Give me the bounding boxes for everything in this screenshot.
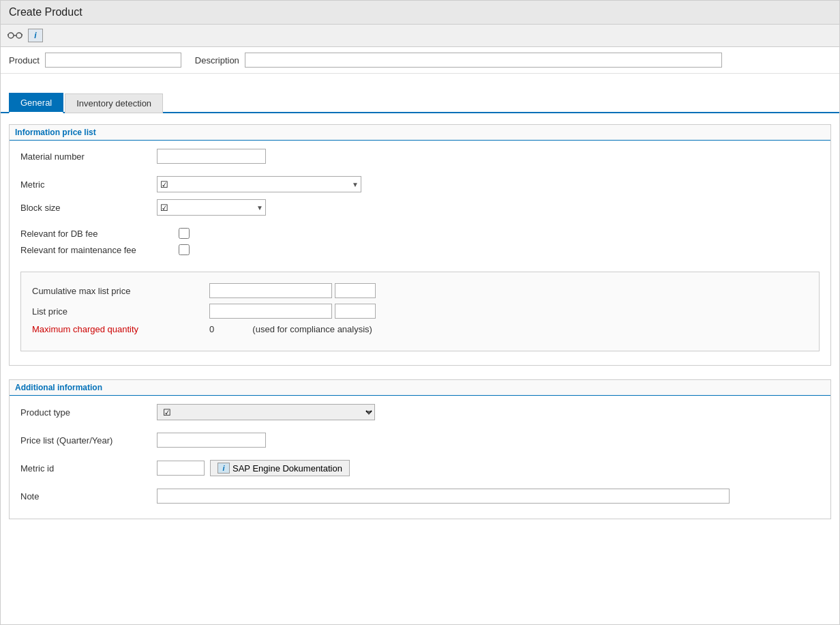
product-type-select[interactable]: ☑ Option 1 Option 2 <box>157 404 375 420</box>
relevant-maintenance-row: Relevant for maintenance fee <box>20 244 820 255</box>
cumulative-unit-input[interactable] <box>335 283 376 298</box>
price-list-label: Price list (Quarter/Year) <box>20 435 157 446</box>
metric-row: Metric ☑ ▼ <box>20 176 820 192</box>
sap-engine-button[interactable]: i SAP Engine Dokumentation <box>210 460 350 476</box>
relevant-maintenance-label: Relevant for maintenance fee <box>20 245 170 255</box>
max-qty-value: 0 <box>209 324 214 334</box>
page-title: Create Product <box>9 6 82 18</box>
price-list-row: Price list (Quarter/Year) <box>20 433 820 448</box>
max-qty-label: Maximum charged quantity <box>32 324 209 334</box>
max-qty-note: (used for compliance analysis) <box>252 324 372 334</box>
cumulative-label: Cumulative max list price <box>32 286 209 296</box>
sap-engine-btn-label: SAP Engine Dokumentation <box>232 463 342 474</box>
product-type-row: Product type ☑ Option 1 Option 2 ▼ <box>20 404 820 420</box>
main-window: Create Product i Product Description <box>0 0 840 625</box>
block-size-select-wrapper: ☑ ▼ <box>157 199 266 216</box>
list-price-unit-input[interactable] <box>335 304 376 319</box>
metric-id-label: Metric id <box>20 463 157 474</box>
description-label: Description <box>195 55 239 66</box>
note-input[interactable] <box>157 489 730 504</box>
price-inner-box: Cumulative max list price List price Max… <box>20 272 820 351</box>
sap-engine-info-icon: i <box>217 463 230 474</box>
block-size-label: Block size <box>20 203 157 213</box>
svg-rect-1 <box>16 33 22 38</box>
relevant-maintenance-checkbox[interactable] <box>179 244 190 255</box>
tabs-bar: General Inventory detection <box>1 85 839 113</box>
block-size-select[interactable]: ☑ <box>157 199 266 216</box>
description-input[interactable] <box>245 53 722 68</box>
block-size-row: Block size ☑ ▼ <box>20 199 820 216</box>
info-price-list-title: Information price list <box>10 125 830 141</box>
material-number-input[interactable] <box>157 149 266 164</box>
metric-select-wrapper: ☑ ▼ <box>157 176 361 192</box>
title-bar: Create Product <box>1 1 839 25</box>
description-field: Description <box>195 53 722 68</box>
product-type-label: Product type <box>20 407 157 418</box>
relevant-db-row: Relevant for DB fee <box>20 228 820 239</box>
main-content: Information price list Material number M… <box>1 113 839 544</box>
note-row: Note <box>20 489 820 504</box>
max-qty-row: Maximum charged quantity 0 (used for com… <box>32 324 808 334</box>
metric-select[interactable]: ☑ <box>157 176 361 192</box>
list-price-label: List price <box>32 306 209 317</box>
relevant-db-checkbox[interactable] <box>179 228 190 239</box>
svg-line-3 <box>7 34 8 35</box>
metric-id-row: Metric id i SAP Engine Dokumentation <box>20 460 820 476</box>
glasses-icon[interactable] <box>7 29 22 42</box>
info-icon-button[interactable]: i <box>28 29 43 42</box>
note-label: Note <box>20 491 157 502</box>
product-type-select-wrapper: ☑ Option 1 Option 2 ▼ <box>157 404 375 420</box>
metric-id-input[interactable] <box>157 461 205 476</box>
product-field: Product <box>9 53 181 68</box>
header-fields: Product Description <box>1 47 839 74</box>
toolbar: i <box>1 25 839 47</box>
metric-label: Metric <box>20 179 157 190</box>
cumulative-price-row: Cumulative max list price <box>32 283 808 298</box>
info-price-list-content: Material number Metric ☑ ▼ Bl <box>10 141 830 365</box>
additional-info-content: Product type ☑ Option 1 Option 2 ▼ Price… <box>10 396 830 519</box>
product-input[interactable] <box>45 53 181 68</box>
relevant-db-label: Relevant for DB fee <box>20 229 170 239</box>
additional-info-title: Additional information <box>10 380 830 396</box>
material-number-label: Material number <box>20 151 157 162</box>
product-label: Product <box>9 55 40 66</box>
cumulative-price-input[interactable] <box>209 283 332 298</box>
material-number-row: Material number <box>20 149 820 164</box>
additional-info-section: Additional information Product type ☑ Op… <box>9 379 831 519</box>
tab-inventory-detection[interactable]: Inventory detection <box>65 93 163 113</box>
svg-line-4 <box>22 34 22 35</box>
info-price-list-section: Information price list Material number M… <box>9 124 831 366</box>
tab-general[interactable]: General <box>9 93 63 113</box>
svg-rect-0 <box>8 33 14 38</box>
list-price-row: List price <box>32 304 808 319</box>
price-list-input[interactable] <box>157 433 266 448</box>
list-price-input[interactable] <box>209 304 332 319</box>
